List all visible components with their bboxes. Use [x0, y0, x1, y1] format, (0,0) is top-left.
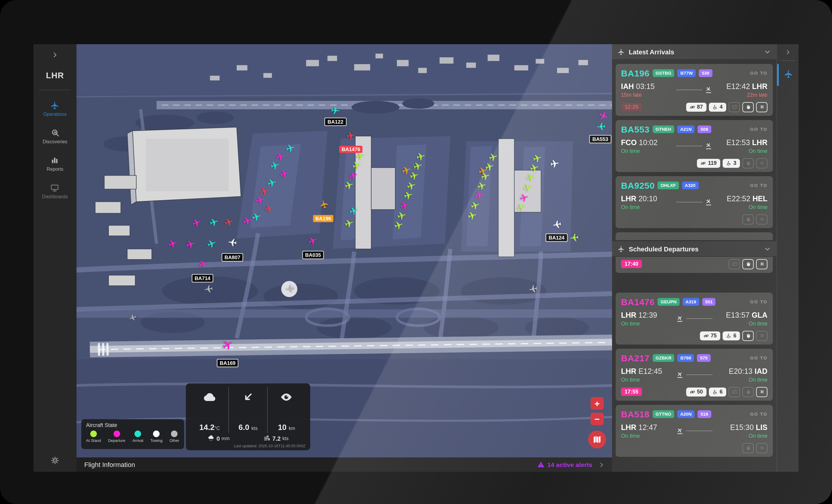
aircraft-icon[interactable] [256, 195, 265, 205]
aircraft-icon[interactable] [186, 240, 196, 249]
aircraft-icon[interactable] [467, 211, 477, 220]
flight-label[interactable]: BA169 [217, 359, 238, 367]
flight-label[interactable]: BA807 [222, 253, 243, 261]
aircraft-icon[interactable] [569, 232, 579, 242]
go-to-button[interactable]: GO TO [750, 355, 768, 361]
aircraft-icon[interactable] [129, 314, 136, 321]
airport-map[interactable]: BA122BA553BA1476BA196BA124BA807BA035BA71… [77, 44, 612, 457]
idcard-button[interactable] [729, 387, 740, 397]
sidebar-item-operations[interactable]: Operations [43, 101, 67, 117]
aircraft-icon[interactable] [400, 201, 410, 210]
collapse-chevron-icon[interactable] [764, 245, 771, 252]
aircraft-icon[interactable] [485, 162, 494, 171]
aircraft-icon[interactable] [319, 199, 329, 209]
aircraft-icon[interactable] [407, 180, 416, 190]
aircraft-icon[interactable] [599, 111, 608, 120]
aircraft-icon[interactable] [416, 152, 425, 161]
collapse-chevron-icon[interactable] [764, 48, 771, 55]
flight-label[interactable]: BA035 [302, 251, 324, 259]
rail-flights-tab[interactable] [777, 69, 799, 79]
aircraft-icon[interactable] [528, 284, 538, 293]
aircraft-icon[interactable] [346, 131, 356, 140]
flight-label[interactable]: BA196 [313, 215, 334, 222]
flight-label[interactable]: BA1476 [339, 146, 363, 153]
hand-button[interactable] [742, 331, 754, 341]
aircraft-icon[interactable] [349, 206, 358, 215]
flight-label[interactable]: BA124 [546, 234, 568, 242]
aircraft-icon[interactable] [198, 259, 208, 269]
aircraft-icon[interactable] [397, 211, 407, 220]
hand-button[interactable] [742, 259, 754, 269]
flight-label[interactable]: BA714 [191, 274, 213, 282]
go-to-button[interactable]: GO TO [750, 183, 768, 188]
aircraft-icon[interactable] [243, 217, 252, 226]
pause-button[interactable] [756, 443, 768, 453]
flight-card[interactable]: BA196GSTBGB77W539GO TOIAH 03:1515m lateE… [616, 64, 773, 116]
aircraft-icon[interactable] [550, 159, 560, 168]
pause-button[interactable] [756, 158, 768, 168]
aircraft-icon[interactable] [477, 180, 487, 190]
aircraft-icon[interactable] [552, 220, 562, 229]
aircraft-icon[interactable] [260, 186, 269, 196]
aircraft-icon[interactable] [276, 152, 285, 161]
sidebar-item-reports[interactable]: Reports [47, 156, 63, 172]
flight-label[interactable]: BA553 [589, 135, 611, 143]
aircraft-icon[interactable] [413, 161, 422, 171]
aircraft-icon[interactable] [481, 171, 490, 180]
aircraft-icon[interactable] [597, 122, 606, 131]
flight-card[interactable]: BA518GTTNOA20N518GO TOLHR 12:47On timeE1… [616, 405, 773, 457]
aircraft-icon[interactable] [168, 239, 178, 248]
aircraft-icon[interactable] [308, 236, 317, 246]
idcard-button[interactable] [729, 259, 740, 269]
settings-button[interactable] [33, 456, 77, 465]
aircraft-icon[interactable] [207, 239, 216, 248]
zoom-out-button[interactable]: − [591, 413, 604, 425]
hand-button[interactable] [742, 214, 754, 224]
aircraft-icon[interactable] [267, 178, 277, 188]
aircraft-icon[interactable] [410, 171, 419, 180]
aircraft-icon[interactable] [352, 161, 362, 170]
aircraft-icon[interactable] [252, 212, 261, 222]
map-layers-button[interactable] [588, 430, 606, 448]
aircraft-icon[interactable] [474, 191, 484, 200]
aircraft-icon[interactable] [402, 165, 411, 175]
hand-button[interactable] [742, 443, 754, 453]
aircraft-icon[interactable] [209, 217, 218, 227]
aircraft-icon[interactable] [228, 238, 237, 248]
pause-button[interactable] [756, 331, 768, 341]
scheduled-departures-header[interactable]: Scheduled Departures [612, 241, 776, 257]
aircraft-icon[interactable] [488, 152, 498, 162]
aircraft-icon[interactable] [224, 217, 233, 227]
go-to-button[interactable]: GO TO [750, 299, 768, 305]
rail-collapse-button[interactable] [777, 49, 799, 56]
aircraft-icon[interactable] [280, 169, 289, 178]
aircraft-icon[interactable] [204, 284, 213, 293]
aircraft-icon[interactable] [348, 171, 358, 180]
active-alerts-button[interactable]: 14 active alerts [537, 461, 592, 468]
aircraft-icon[interactable] [192, 218, 202, 227]
aircraft-icon[interactable] [523, 183, 532, 192]
aircraft-icon[interactable] [344, 180, 354, 190]
go-to-button[interactable]: GO TO [750, 412, 768, 417]
aircraft-icon[interactable] [520, 193, 529, 202]
hand-button[interactable] [742, 387, 754, 397]
flight-card[interactable]: BA9250OHLXFA320GO TOLHR 20:10On timeE22:… [616, 176, 773, 228]
aircraft-icon[interactable] [331, 106, 340, 115]
aircraft-icon[interactable] [264, 204, 274, 213]
sidebar-item-discoveries[interactable]: Discoveries [43, 129, 68, 144]
aircraft-icon[interactable] [404, 191, 413, 200]
zoom-in-button[interactable]: + [591, 397, 604, 410]
flight-label[interactable]: BA122 [324, 118, 346, 126]
aircraft-icon[interactable] [532, 153, 542, 163]
aircraft-icon[interactable] [471, 201, 480, 210]
aircraft-icon[interactable] [526, 173, 536, 183]
go-to-button[interactable]: GO TO [750, 71, 768, 76]
pause-button[interactable] [756, 259, 768, 269]
aircraft-icon[interactable] [516, 203, 526, 212]
sidebar-collapse-button[interactable] [49, 49, 61, 61]
aircraft-icon[interactable] [270, 161, 280, 170]
hand-button[interactable] [742, 158, 754, 168]
pause-button[interactable] [756, 387, 768, 397]
hand-button[interactable] [742, 102, 754, 112]
sidebar-item-dashboards[interactable]: Dashboards [42, 183, 68, 199]
